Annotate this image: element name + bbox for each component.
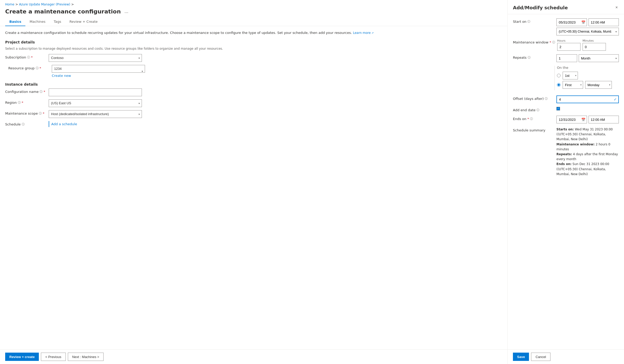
main-content: Create a maintenance configuration to sc… (0, 26, 507, 349)
config-name-row: Configuration name ⓘ * (5, 88, 502, 96)
subscription-control: Contoso ▾ (49, 54, 142, 62)
panel-footer: Save Cancel (508, 349, 624, 364)
minutes-input[interactable] (583, 43, 606, 51)
subscription-row: Subscription ⓘ * Contoso ▾ (5, 54, 502, 62)
radio-day-number[interactable] (557, 74, 561, 77)
add-end-date-controls (556, 107, 619, 110)
tab-review-create[interactable]: Review + Create (65, 18, 102, 26)
ends-on-info-icon: ⓘ (530, 117, 533, 121)
hours-label: Hours (557, 39, 581, 42)
next-button[interactable]: Next : Machines > (68, 353, 104, 361)
first-select[interactable]: First Second Third Fourth Last (563, 81, 583, 89)
subscription-required: * (31, 55, 33, 59)
hours-input[interactable] (557, 43, 581, 51)
create-new-link[interactable]: Create new (52, 74, 71, 78)
resource-group-row: Resource group ⓘ * 1234 ▾ Create new (5, 65, 502, 78)
tab-tags[interactable]: Tags (50, 18, 66, 26)
project-details-sub: Select a subscription to manage deployed… (5, 46, 502, 51)
start-on-row: Start on ⓘ 📅 (UTC+05:30) Chennai, Kolkat… (513, 18, 619, 35)
previous-button[interactable]: < Previous (41, 353, 66, 361)
add-schedule-link[interactable]: Add a schedule (49, 121, 77, 127)
radio-row-2: First Second Third Fourth Last ▾ Monday … (557, 81, 619, 89)
on-the-label: On the (557, 66, 619, 70)
ends-date-wrap: 📅 (556, 116, 587, 123)
config-name-input[interactable] (49, 88, 142, 96)
instance-details-title: Instance details (5, 82, 502, 86)
start-time-input[interactable] (589, 18, 619, 26)
config-name-required: * (43, 90, 45, 94)
learn-more-link[interactable]: Learn more (353, 31, 374, 35)
panel-title: Add/Modify schedule (513, 5, 568, 10)
tab-bar: Basics Machines Tags Review + Create (0, 17, 507, 26)
timezone-wrap: (UTC+05:30) Chennai, Kolkata, Mumbai, N.… (556, 28, 619, 35)
region-control: (US) East US ▾ (49, 99, 142, 107)
offset-check-icon: ✓ (614, 97, 617, 101)
repeats-info-icon: ⓘ (528, 56, 531, 60)
maintenance-scope-select[interactable]: Host (dedicated/isolated infrastructure) (49, 110, 142, 118)
offset-input[interactable] (556, 95, 619, 103)
weekday-select[interactable]: Monday Tuesday Wednesday Thursday Friday… (585, 81, 612, 89)
page-title-row: Create a maintenance configuration ... (0, 8, 507, 17)
start-on-label: Start on ⓘ (513, 18, 554, 24)
starts-on-bold: Starts on: (556, 128, 574, 131)
on-the-section: On the 1st 2nd 3rd Last ▾ (554, 66, 619, 90)
offset-input-wrap: ✓ (556, 95, 619, 103)
config-name-control (49, 88, 142, 96)
ellipsis-button[interactable]: ... (123, 8, 130, 15)
add-end-date-checkbox[interactable] (556, 107, 560, 110)
subscription-select[interactable]: Contoso (49, 54, 142, 62)
add-end-date-row: Add end date ⓘ (513, 107, 619, 112)
start-date-time-row: 📅 (556, 18, 619, 26)
on-the-spacer (513, 66, 554, 93)
maintenance-window-label: Maintenance window * ⓘ (513, 39, 555, 44)
on-the-container: On the 1st 2nd 3rd Last ▾ (513, 66, 619, 93)
schedule-row: Schedule ⓘ Add a schedule (5, 121, 502, 127)
ends-bold: Ends on: (556, 162, 571, 166)
panel-cancel-button[interactable]: Cancel (531, 353, 550, 361)
panel-close-button[interactable]: × (614, 4, 619, 11)
start-time-wrap (589, 18, 619, 26)
add-end-date-checkbox-wrap (556, 107, 619, 110)
mw-controls: Hours Minutes (557, 39, 619, 51)
maintenance-window-row: Maintenance window * ⓘ Hours Minutes (513, 39, 619, 51)
breadcrumb-sep2: > (71, 3, 74, 6)
bottom-bar: Review + create < Previous Next : Machin… (0, 349, 507, 364)
window-bold: Maintenance window: (556, 143, 595, 146)
timezone-select[interactable]: (UTC+05:30) Chennai, Kolkata, Mumbai, N.… (556, 28, 619, 35)
ends-date-input[interactable] (556, 116, 587, 123)
first-select-container: First Second Third Fourth Last ▾ (563, 81, 583, 89)
ends-time-input[interactable] (589, 116, 619, 123)
tab-basics[interactable]: Basics (5, 18, 25, 26)
review-create-button[interactable]: Review + create (5, 353, 39, 361)
right-panel: Add/Modify schedule × Start on ⓘ 📅 (507, 0, 624, 364)
ends-time-wrap (589, 116, 619, 123)
resource-group-control: 1234 ▾ Create new (52, 65, 145, 78)
repeats-inner-row: Month Day Week Year ▾ (556, 54, 619, 62)
offset-controls: ✓ (556, 95, 619, 103)
resource-group-select[interactable]: 1234 (52, 65, 145, 73)
schedule-summary-controls: Starts on: Wed May 31 2023 00:00 ((UTC+0… (556, 127, 619, 177)
scope-required: * (43, 112, 45, 115)
maintenance-scope-row: Maintenance scope ⓘ * Host (dedicated/is… (5, 110, 502, 118)
region-select[interactable]: (US) East US (49, 99, 142, 107)
start-date-input[interactable] (556, 18, 587, 26)
maintenance-scope-label: Maintenance scope ⓘ * (5, 110, 47, 115)
repeats-row: Repeats ⓘ Month Day Week Year ▾ (513, 54, 619, 62)
region-info-icon: ⓘ (18, 101, 21, 105)
ends-on-required: * (527, 117, 529, 121)
day-number-select[interactable]: 1st 2nd 3rd Last (563, 72, 578, 79)
ends-on-label: Ends on * ⓘ (513, 116, 554, 121)
start-on-info-icon: ⓘ (527, 20, 530, 24)
config-name-label: Configuration name ⓘ * (5, 88, 47, 94)
add-end-date-info-icon: ⓘ (536, 108, 539, 112)
rg-info-icon: ⓘ (36, 66, 39, 70)
repeat-unit-select[interactable]: Month Day Week Year (579, 54, 619, 62)
repeat-count-input[interactable] (556, 54, 577, 62)
panel-save-button[interactable]: Save (513, 353, 529, 361)
ends-on-row: Ends on * ⓘ 📅 (513, 116, 619, 123)
breadcrumb-home[interactable]: Home (5, 3, 14, 6)
day-number-wrap: 1st 2nd 3rd Last ▾ (563, 72, 578, 79)
radio-weekday[interactable] (557, 83, 561, 87)
breadcrumb-azure[interactable]: Azure Update Manager (Preview) (19, 3, 70, 6)
tab-machines[interactable]: Machines (25, 18, 49, 26)
